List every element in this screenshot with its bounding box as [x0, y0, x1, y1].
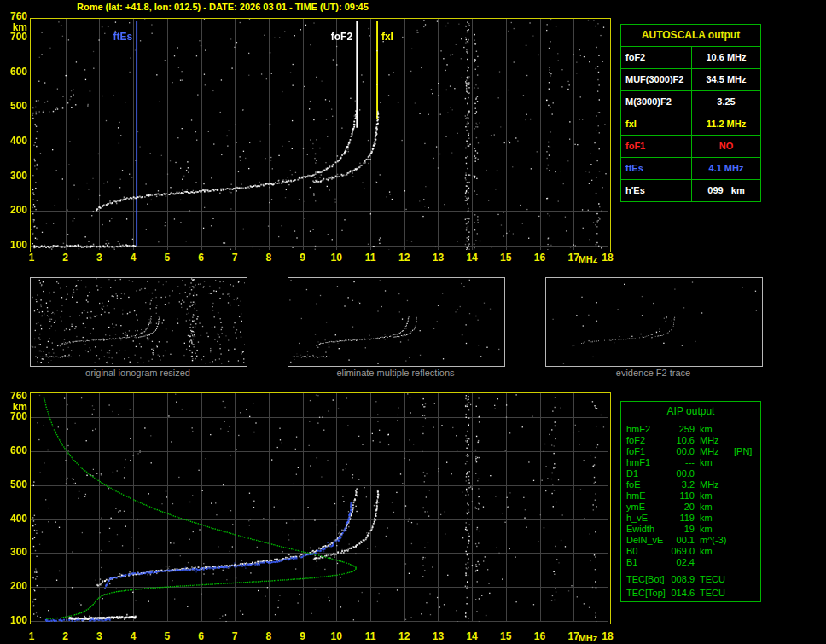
x-tick-label-top: 14	[462, 252, 482, 264]
autoscala-param-name: h'Es	[621, 180, 692, 201]
x-tick-label-top: 8	[259, 252, 279, 264]
x-tick-label-top: 1	[21, 252, 42, 264]
autoscala-param-value: 11.2 MHz	[692, 113, 760, 135]
y-tick-label-top: 500	[1, 101, 27, 112]
x-tick-label-bottom: 7	[224, 631, 245, 642]
autoscala-param-name: foF2	[621, 47, 692, 68]
aip-rows: hmF2259kmfoF210.6MHzfoF100.0MHz[PN]hmF1-…	[621, 421, 760, 599]
x-tick-label-bottom: 4	[123, 631, 143, 642]
x-tick-label-top: 6	[191, 252, 212, 264]
autoscala-param-value: 099 km	[692, 180, 760, 201]
autoscala-param-value: 4.1 MHz	[692, 158, 760, 179]
x-tick-label-top: 2	[55, 252, 76, 264]
x-tick-label-top: 16	[530, 252, 550, 264]
aip-param-value: 10.6	[667, 435, 695, 446]
autoscala-row-h'Es: h'Es099 km	[621, 180, 760, 201]
aip-param-note: [PN]	[734, 446, 760, 457]
x-tick-label-bottom: 16	[530, 631, 550, 642]
x-tick-label-top: 7	[224, 252, 245, 264]
station-date-header: Rome (lat: +41.8, lon: 012.5) - DATE: 20…	[77, 2, 369, 12]
ionogram-plot-top: ftEsfoF2fxI	[30, 18, 611, 252]
x-tick-label-top: 11	[360, 252, 381, 264]
aip-param-value: 110	[667, 490, 695, 502]
aip-param-unit: m^(-3)	[700, 535, 734, 546]
thumbnail-f2-canvas	[546, 278, 760, 364]
x-tick-label-bottom: 12	[394, 631, 415, 642]
autoscala-row-foF1: foF1NO	[621, 136, 760, 158]
aip-row-h_vE: h_vE119km	[621, 513, 760, 524]
aip-param-note	[734, 574, 760, 588]
aip-param-value: 02.4	[667, 557, 695, 568]
thumbnail-original-ionogram	[30, 277, 247, 367]
aip-param-value: 259	[667, 424, 695, 435]
y-axis-unit-bottom: km	[1, 402, 27, 413]
autoscala-output-title: AUTOSCALA output	[621, 25, 760, 47]
aip-param-note	[734, 457, 760, 468]
autoscala-param-name: foF1	[621, 136, 692, 157]
aip-row-D1: D100.0	[621, 468, 760, 479]
marker-label-fxI: fxI	[381, 32, 393, 43]
aip-param-name: B1	[626, 557, 667, 568]
autoscala-param-name: ftEs	[621, 158, 692, 179]
aip-row-hmF1: hmF1---km	[621, 457, 760, 468]
aip-param-unit: MHz	[700, 435, 734, 446]
x-axis-unit-top: MHz	[577, 254, 599, 265]
aip-row-TEC[Top]: TEC[Top]014.6TECU	[621, 588, 760, 599]
x-tick-label-bottom: 6	[191, 631, 212, 642]
aip-param-name: h_vE	[626, 513, 667, 524]
aip-param-unit: km	[700, 546, 734, 557]
autoscala-rows: foF210.6 MHzMUF(3000)F234.5 MHzM(3000)F2…	[621, 47, 760, 201]
aip-param-name: foF1	[626, 446, 667, 457]
autoscala-row-MUF(3000)F2: MUF(3000)F234.5 MHz	[621, 69, 760, 91]
aip-param-unit: km	[700, 502, 734, 513]
marker-label-foF2: foF2	[317, 32, 352, 43]
aip-param-value: 014.6	[667, 588, 695, 599]
x-tick-label-bottom: 8	[259, 631, 279, 642]
aip-param-unit: TECU	[700, 588, 734, 599]
aip-param-note	[734, 490, 760, 502]
aip-param-name: TEC[Top]	[626, 588, 667, 599]
aip-param-value: 20	[667, 502, 695, 513]
thumbnail-f2-trace-evidence	[545, 277, 763, 367]
aip-param-name: B0	[626, 546, 667, 557]
autoscala-row-M(3000)F2: M(3000)F23.25	[621, 91, 760, 113]
aip-param-unit	[700, 557, 734, 568]
y-tick-label-top: 760	[1, 11, 27, 22]
y-tick-label-top: 700	[1, 32, 27, 43]
x-tick-label-top: 18	[597, 252, 618, 264]
x-tick-label-top: 4	[123, 252, 143, 264]
aip-param-value: 069.0	[667, 546, 695, 557]
aip-param-unit: TECU	[700, 574, 734, 588]
autoscala-param-value: NO	[692, 136, 760, 157]
y-tick-label-top: 100	[1, 240, 27, 251]
autoscala-param-value: 34.5 MHz	[692, 69, 760, 90]
y-tick-label-top: 400	[1, 136, 27, 147]
x-tick-label-top: 12	[394, 252, 415, 264]
aip-row-foF2: foF210.6MHz	[621, 435, 760, 446]
aip-param-name: Ewidth	[626, 524, 667, 535]
y-tick-label-bottom: 100	[1, 615, 27, 626]
autoscala-param-name: fxI	[621, 113, 692, 135]
ionogram-plot-bottom	[30, 392, 611, 624]
autoscala-param-name: M(3000)F2	[621, 91, 692, 113]
x-axis-unit-bottom: MHz	[577, 633, 599, 644]
aip-row-foF1: foF100.0MHz[PN]	[621, 446, 760, 457]
x-tick-label-bottom: 5	[157, 631, 177, 642]
ionogram-top-canvas	[31, 19, 608, 250]
y-tick-label-bottom: 400	[1, 513, 27, 525]
y-tick-label-top: 200	[1, 205, 27, 216]
aip-param-value: ---	[667, 457, 695, 468]
x-tick-label-bottom: 11	[360, 631, 381, 642]
aip-param-note	[734, 468, 760, 479]
autoscala-row-ftEs: ftEs4.1 MHz	[621, 158, 760, 180]
autoscala-window: Rome (lat: +41.8, lon: 012.5) - DATE: 20…	[0, 0, 826, 644]
aip-param-unit: km	[700, 513, 734, 524]
aip-param-note	[734, 435, 760, 446]
aip-param-name: hmE	[626, 490, 667, 502]
autoscala-param-value: 3.25	[692, 91, 760, 113]
x-tick-label-bottom: 13	[428, 631, 448, 642]
aip-param-value: 00.0	[667, 468, 695, 479]
y-tick-label-bottom: 500	[1, 479, 27, 490]
aip-param-name: hmF1	[626, 457, 667, 468]
aip-output-table: AIP output hmF2259kmfoF210.6MHzfoF100.0M…	[620, 401, 761, 602]
